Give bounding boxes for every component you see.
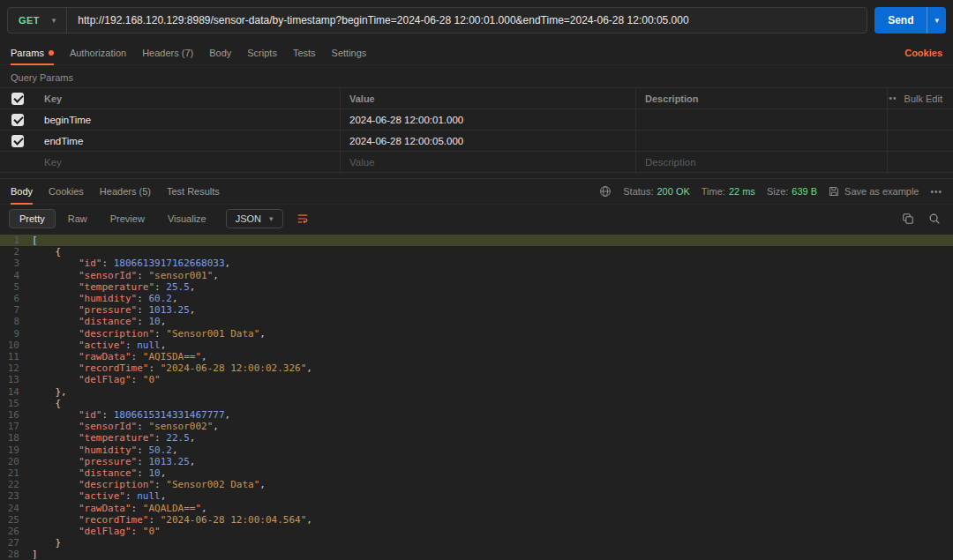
status-badge[interactable]: Status: 200 OK bbox=[623, 186, 690, 197]
wrap-lines-icon[interactable] bbox=[296, 213, 310, 225]
code-text: "pressure": 1013.25, bbox=[32, 304, 195, 316]
view-tab-preview[interactable]: Preview bbox=[100, 209, 155, 228]
method-label: GET bbox=[19, 15, 40, 26]
query-params-table: Key Value Description ••• Bulk Edit begi… bbox=[0, 87, 953, 173]
code-text: ] bbox=[32, 549, 38, 560]
code-text: "delFlag": "0" bbox=[32, 374, 161, 385]
line-number: 25 bbox=[0, 514, 32, 526]
param-actions-cell bbox=[887, 152, 953, 172]
code-text: "distance": 10, bbox=[32, 316, 166, 327]
tab-body[interactable]: Body bbox=[209, 41, 231, 64]
view-tab-raw[interactable]: Raw bbox=[57, 209, 98, 228]
line-number: 2 bbox=[0, 246, 32, 258]
tab-label: Params bbox=[11, 48, 44, 58]
response-tab-test-results[interactable]: Test Results bbox=[167, 179, 220, 204]
response-tab-cookies[interactable]: Cookies bbox=[49, 179, 84, 204]
copy-icon[interactable] bbox=[902, 213, 914, 225]
table-row: beginTime 2024-06-28 12:00:01.000 bbox=[0, 109, 953, 131]
response-tab-headers[interactable]: Headers (5) bbox=[100, 179, 151, 204]
param-key-field[interactable]: beginTime bbox=[35, 109, 340, 130]
param-value-field[interactable]: Value bbox=[340, 152, 635, 172]
bulk-edit-link[interactable]: Bulk Edit bbox=[904, 93, 942, 104]
param-description-field[interactable]: Description bbox=[635, 152, 887, 172]
chevron-down-icon: ▾ bbox=[52, 17, 56, 25]
send-options-chevron-icon[interactable]: ▾ bbox=[927, 7, 946, 34]
param-value-field[interactable]: 2024-06-28 12:00:05.000 bbox=[340, 131, 635, 151]
tab-params[interactable]: Params bbox=[11, 41, 54, 64]
code-text: "id": 1806613917162668033, bbox=[32, 258, 230, 269]
param-description-field[interactable] bbox=[635, 109, 887, 130]
column-header-value: Value bbox=[340, 88, 635, 108]
code-text: "recordTime": "2024-06-28 12:00:04.564", bbox=[32, 514, 312, 526]
code-line: 25 "recordTime": "2024-06-28 12:00:04.56… bbox=[0, 514, 953, 526]
tab-tests[interactable]: Tests bbox=[293, 41, 316, 64]
code-line: 20 "pressure": 1013.25, bbox=[0, 456, 953, 467]
line-number: 22 bbox=[0, 479, 32, 490]
chevron-down-icon: ▾ bbox=[269, 215, 274, 223]
code-text: "description": "Sensor001 Data", bbox=[32, 328, 266, 340]
code-text: "active": null, bbox=[32, 490, 166, 502]
param-value-field[interactable]: 2024-06-28 12:00:01.000 bbox=[340, 109, 635, 130]
response-view-toolbar: Pretty Raw Preview Visualize JSON ▾ bbox=[0, 205, 953, 233]
method-selector[interactable]: GET ▾ bbox=[8, 8, 67, 33]
bulk-edit-menu-icon[interactable]: ••• bbox=[887, 93, 897, 103]
code-text: { bbox=[32, 246, 61, 258]
tab-label: Test Results bbox=[167, 186, 220, 197]
network-info-globe-icon[interactable] bbox=[599, 185, 612, 198]
line-number: 16 bbox=[0, 409, 32, 421]
line-number: 13 bbox=[0, 374, 32, 385]
code-text: "pressure": 1013.25, bbox=[32, 456, 195, 467]
code-line: 23 "active": null, bbox=[0, 490, 953, 502]
code-text: "temperature": 25.5, bbox=[32, 281, 195, 293]
response-tab-body[interactable]: Body bbox=[11, 179, 33, 204]
line-number: 21 bbox=[0, 467, 32, 479]
line-number: 15 bbox=[0, 398, 32, 409]
cookies-link[interactable]: Cookies bbox=[904, 48, 942, 58]
line-number: 1 bbox=[0, 235, 32, 246]
line-number: 11 bbox=[0, 351, 32, 362]
tab-label: Headers (5) bbox=[100, 186, 151, 197]
tab-label: Body bbox=[209, 48, 231, 58]
code-text: "id": 1806615314331467777, bbox=[32, 409, 230, 421]
send-button-group: Send ▾ bbox=[874, 7, 946, 34]
code-text: { bbox=[32, 398, 61, 409]
request-bar: GET ▾ Send ▾ bbox=[0, 0, 953, 41]
code-line: 11 "rawData": "AQISDA==", bbox=[0, 351, 953, 362]
tab-settings[interactable]: Settings bbox=[332, 41, 367, 64]
param-description-field[interactable] bbox=[635, 131, 887, 151]
code-text: "distance": 10, bbox=[32, 467, 166, 479]
size-badge[interactable]: Size: 639 B bbox=[767, 186, 817, 197]
response-body-editor[interactable]: 1[2 {3 "id": 1806613917162668033,4 "sens… bbox=[0, 233, 953, 560]
select-all-checkbox[interactable] bbox=[11, 93, 24, 105]
code-line: 24 "rawData": "AQALDA==", bbox=[0, 503, 953, 514]
save-as-example-button[interactable]: Save as example bbox=[829, 186, 919, 197]
code-line: 19 "humidity": 50.2, bbox=[0, 444, 953, 456]
param-checkbox[interactable] bbox=[11, 114, 24, 126]
time-badge[interactable]: Time: 22 ms bbox=[702, 186, 755, 197]
param-key-field[interactable]: Key bbox=[35, 152, 340, 172]
code-line: 13 "delFlag": "0" bbox=[0, 374, 953, 385]
search-icon[interactable] bbox=[928, 213, 941, 225]
format-dropdown[interactable]: JSON ▾ bbox=[226, 209, 283, 228]
code-line: 10 "active": null, bbox=[0, 340, 953, 351]
param-checkbox[interactable] bbox=[11, 135, 24, 147]
line-number: 9 bbox=[0, 328, 32, 340]
column-header-key: Key bbox=[35, 88, 340, 108]
view-tab-pretty[interactable]: Pretty bbox=[9, 209, 56, 228]
send-button[interactable]: Send bbox=[874, 7, 927, 34]
code-text: "active": null, bbox=[32, 340, 166, 351]
tab-label: Headers (7) bbox=[142, 48, 193, 58]
view-tab-visualize[interactable]: Visualize bbox=[157, 209, 217, 228]
tab-scripts[interactable]: Scripts bbox=[247, 41, 277, 64]
code-text: }, bbox=[32, 386, 67, 398]
line-number: 20 bbox=[0, 456, 32, 467]
line-number: 10 bbox=[0, 340, 32, 351]
param-key-field[interactable]: endTime bbox=[35, 131, 340, 151]
tab-headers[interactable]: Headers (7) bbox=[142, 41, 193, 64]
response-more-menu-icon[interactable]: ••• bbox=[930, 187, 942, 197]
column-header-description: Description bbox=[635, 88, 887, 108]
code-text: } bbox=[32, 537, 61, 549]
tab-authorization[interactable]: Authorization bbox=[70, 41, 126, 64]
url-input[interactable] bbox=[67, 14, 867, 26]
line-number: 8 bbox=[0, 316, 32, 327]
